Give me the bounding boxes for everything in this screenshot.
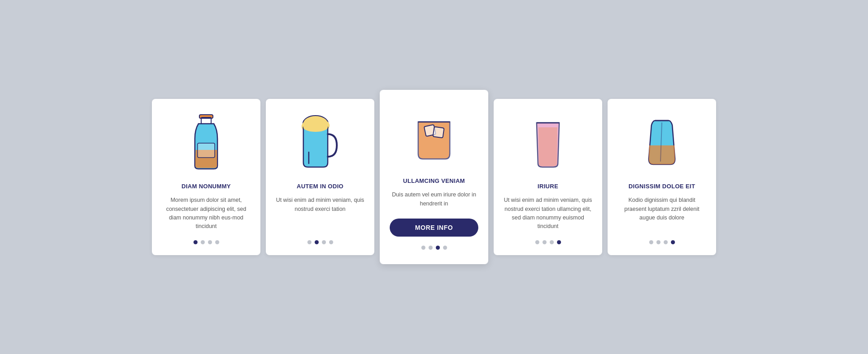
dot-2-1	[307, 240, 311, 244]
card-5-title: DIGNISSIM DOLOE EIT	[628, 183, 695, 190]
dot-4-2	[542, 240, 547, 244]
card-autem-in-odio: AUTEM IN ODIO Ut wisi enim ad minim veni…	[266, 99, 374, 255]
dot-1-4	[215, 240, 219, 244]
card-5-body: Kodio dignissim qui blandit praesent lup…	[618, 196, 706, 231]
card-iriure: IRIURE Ut wisi enim ad minim veniam, qui…	[494, 99, 602, 255]
dot-2-4	[329, 240, 333, 244]
svg-rect-10	[433, 127, 444, 138]
svg-rect-2	[198, 143, 215, 158]
tall-glass-icon	[642, 114, 682, 172]
beer-mug-icon	[295, 114, 345, 172]
bottle-icon-area	[162, 112, 250, 175]
card-3-dots	[421, 246, 447, 250]
tall-glass-icon-area	[618, 112, 706, 175]
card-ullamcing-veniam: ULLAMCING VENIAM Duis autem vel eum iriu…	[380, 90, 488, 264]
dot-2-3	[322, 240, 326, 244]
card-2-title: AUTEM IN ODIO	[297, 183, 344, 190]
dot-2-2	[315, 240, 319, 244]
card-1-body: Morem ipsum dolor sit amet, consectetuer…	[162, 196, 250, 231]
card-3-body: Duis autem vel eum iriure dolor in hendr…	[390, 191, 478, 210]
pink-glass-icon-area	[504, 112, 592, 175]
cards-container: DIAM NONUMMY Morem ipsum dolor sit amet,…	[152, 99, 716, 255]
card-5-dots	[649, 240, 675, 244]
whiskey-glass-icon	[409, 108, 459, 167]
bottle-icon	[186, 114, 226, 172]
dot-3-3	[436, 246, 440, 250]
dot-5-1	[649, 240, 653, 244]
dot-1-3	[208, 240, 212, 244]
dot-5-3	[664, 240, 668, 244]
dot-1-2	[201, 240, 205, 244]
dot-3-1	[421, 246, 425, 250]
card-2-dots	[307, 240, 333, 244]
dot-3-2	[429, 246, 433, 250]
more-info-button[interactable]: MORE INFO	[390, 219, 478, 237]
card-diam-nonummy: DIAM NONUMMY Morem ipsum dolor sit amet,…	[152, 99, 260, 255]
dot-3-4	[443, 246, 447, 250]
dot-5-2	[656, 240, 660, 244]
dot-4-4	[557, 240, 561, 244]
card-4-title: IRIURE	[538, 183, 558, 190]
card-dignissim-doloe-eit: DIGNISSIM DOLOE EIT Kodio dignissim qui …	[608, 99, 716, 255]
card-2-body: Ut wisi enim ad minim veniam, quis nostr…	[276, 196, 364, 231]
card-4-body: Ut wisi enim ad minim veniam, quis nostr…	[504, 196, 592, 231]
whiskey-glass-icon-area	[390, 106, 478, 169]
dot-4-1	[535, 240, 539, 244]
svg-point-6	[303, 123, 328, 132]
dot-4-3	[550, 240, 554, 244]
beer-mug-icon-area	[276, 112, 364, 175]
card-1-dots	[193, 240, 219, 244]
card-3-title: ULLAMCING VENIAM	[403, 177, 465, 184]
pink-glass-icon	[530, 114, 566, 172]
dot-5-4	[671, 240, 675, 244]
dot-1-1	[193, 240, 198, 244]
card-4-dots	[535, 240, 561, 244]
card-1-title: DIAM NONUMMY	[181, 183, 231, 190]
